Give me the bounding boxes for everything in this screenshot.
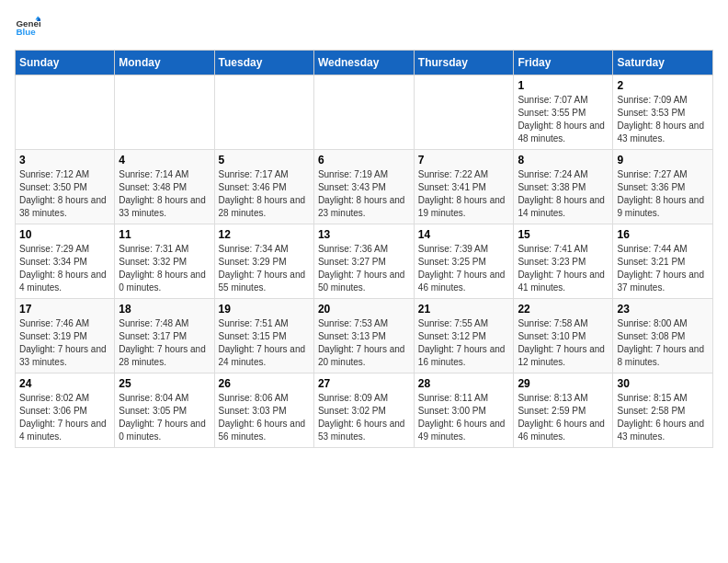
- day-info: Sunrise: 8:09 AM Sunset: 3:02 PM Dayligh…: [318, 392, 410, 443]
- day-cell: 17Sunrise: 7:46 AM Sunset: 3:19 PM Dayli…: [16, 299, 115, 373]
- week-row-4: 17Sunrise: 7:46 AM Sunset: 3:19 PM Dayli…: [16, 299, 713, 373]
- day-number: 24: [19, 377, 110, 390]
- day-cell: 28Sunrise: 8:11 AM Sunset: 3:00 PM Dayli…: [414, 373, 514, 448]
- day-number: 27: [318, 377, 410, 390]
- weekday-header-tuesday: Tuesday: [214, 51, 313, 75]
- day-info: Sunrise: 7:55 AM Sunset: 3:12 PM Dayligh…: [418, 317, 510, 369]
- day-info: Sunrise: 8:11 AM Sunset: 3:00 PM Dayligh…: [418, 392, 510, 443]
- day-cell: 23Sunrise: 8:00 AM Sunset: 3:08 PM Dayli…: [613, 299, 713, 373]
- day-info: Sunrise: 7:22 AM Sunset: 3:41 PM Dayligh…: [418, 168, 510, 220]
- weekday-header-sunday: Sunday: [16, 51, 115, 75]
- day-cell: 11Sunrise: 7:31 AM Sunset: 3:32 PM Dayli…: [115, 224, 214, 299]
- day-number: 10: [19, 228, 110, 241]
- day-number: 22: [518, 303, 609, 316]
- day-info: Sunrise: 7:46 AM Sunset: 3:19 PM Dayligh…: [19, 317, 110, 369]
- day-number: 7: [418, 154, 510, 167]
- day-number: 9: [617, 154, 709, 167]
- week-row-1: 1Sunrise: 7:07 AM Sunset: 3:55 PM Daylig…: [16, 75, 713, 150]
- day-cell: [214, 75, 313, 150]
- day-number: 4: [119, 154, 210, 167]
- day-number: 28: [418, 377, 510, 390]
- weekday-header-row: SundayMondayTuesdayWednesdayThursdayFrid…: [16, 51, 713, 75]
- day-cell: 26Sunrise: 8:06 AM Sunset: 3:03 PM Dayli…: [214, 373, 313, 448]
- day-number: 26: [219, 377, 310, 390]
- day-info: Sunrise: 7:12 AM Sunset: 3:50 PM Dayligh…: [19, 168, 110, 220]
- day-number: 15: [518, 228, 609, 241]
- day-number: 19: [219, 303, 310, 316]
- day-info: Sunrise: 7:24 AM Sunset: 3:38 PM Dayligh…: [518, 168, 609, 220]
- day-cell: 6Sunrise: 7:19 AM Sunset: 3:43 PM Daylig…: [313, 150, 414, 224]
- day-info: Sunrise: 8:15 AM Sunset: 2:58 PM Dayligh…: [617, 392, 709, 443]
- day-info: Sunrise: 7:48 AM Sunset: 3:17 PM Dayligh…: [119, 317, 210, 369]
- day-number: 13: [318, 228, 410, 241]
- day-info: Sunrise: 8:02 AM Sunset: 3:06 PM Dayligh…: [19, 392, 110, 443]
- day-number: 25: [119, 377, 210, 390]
- day-info: Sunrise: 7:07 AM Sunset: 3:55 PM Dayligh…: [518, 94, 609, 145]
- day-cell: 2Sunrise: 7:09 AM Sunset: 3:53 PM Daylig…: [613, 75, 713, 150]
- day-info: Sunrise: 7:14 AM Sunset: 3:48 PM Dayligh…: [119, 168, 210, 220]
- day-cell: 19Sunrise: 7:51 AM Sunset: 3:15 PM Dayli…: [214, 299, 313, 373]
- day-cell: [313, 75, 414, 150]
- day-cell: 1Sunrise: 7:07 AM Sunset: 3:55 PM Daylig…: [514, 75, 613, 150]
- weekday-header-thursday: Thursday: [414, 51, 514, 75]
- week-row-3: 10Sunrise: 7:29 AM Sunset: 3:34 PM Dayli…: [16, 224, 713, 299]
- day-cell: 14Sunrise: 7:39 AM Sunset: 3:25 PM Dayli…: [414, 224, 514, 299]
- day-cell: 22Sunrise: 7:58 AM Sunset: 3:10 PM Dayli…: [514, 299, 613, 373]
- day-info: Sunrise: 7:53 AM Sunset: 3:13 PM Dayligh…: [318, 317, 410, 369]
- day-cell: 12Sunrise: 7:34 AM Sunset: 3:29 PM Dayli…: [214, 224, 313, 299]
- day-number: 29: [518, 377, 609, 390]
- day-info: Sunrise: 8:13 AM Sunset: 2:59 PM Dayligh…: [518, 392, 609, 443]
- day-cell: 25Sunrise: 8:04 AM Sunset: 3:05 PM Dayli…: [115, 373, 214, 448]
- day-info: Sunrise: 7:31 AM Sunset: 3:32 PM Dayligh…: [119, 243, 210, 294]
- day-info: Sunrise: 7:29 AM Sunset: 3:34 PM Dayligh…: [19, 243, 110, 294]
- svg-text:Blue: Blue: [16, 27, 36, 37]
- day-cell: [16, 75, 115, 150]
- day-cell: 30Sunrise: 8:15 AM Sunset: 2:58 PM Dayli…: [613, 373, 713, 448]
- day-number: 23: [617, 303, 709, 316]
- day-cell: [115, 75, 214, 150]
- day-number: 18: [119, 303, 210, 316]
- day-cell: 5Sunrise: 7:17 AM Sunset: 3:46 PM Daylig…: [214, 150, 313, 224]
- weekday-header-friday: Friday: [514, 51, 613, 75]
- day-info: Sunrise: 7:39 AM Sunset: 3:25 PM Dayligh…: [418, 243, 510, 294]
- day-info: Sunrise: 8:00 AM Sunset: 3:08 PM Dayligh…: [617, 317, 709, 369]
- day-cell: 9Sunrise: 7:27 AM Sunset: 3:36 PM Daylig…: [613, 150, 713, 224]
- day-number: 3: [19, 154, 110, 167]
- day-cell: 7Sunrise: 7:22 AM Sunset: 3:41 PM Daylig…: [414, 150, 514, 224]
- header: General Blue: [15, 15, 713, 40]
- week-row-2: 3Sunrise: 7:12 AM Sunset: 3:50 PM Daylig…: [16, 150, 713, 224]
- day-cell: 3Sunrise: 7:12 AM Sunset: 3:50 PM Daylig…: [16, 150, 115, 224]
- day-info: Sunrise: 7:17 AM Sunset: 3:46 PM Dayligh…: [219, 168, 310, 220]
- day-number: 16: [617, 228, 709, 241]
- day-number: 14: [418, 228, 510, 241]
- day-number: 8: [518, 154, 609, 167]
- day-info: Sunrise: 7:44 AM Sunset: 3:21 PM Dayligh…: [617, 243, 709, 294]
- day-info: Sunrise: 7:19 AM Sunset: 3:43 PM Dayligh…: [318, 168, 410, 220]
- day-number: 30: [617, 377, 709, 390]
- logo: General Blue: [15, 15, 40, 40]
- day-info: Sunrise: 7:09 AM Sunset: 3:53 PM Dayligh…: [617, 94, 709, 145]
- day-number: 12: [219, 228, 310, 241]
- day-cell: 21Sunrise: 7:55 AM Sunset: 3:12 PM Dayli…: [414, 299, 514, 373]
- calendar-table: SundayMondayTuesdayWednesdayThursdayFrid…: [15, 50, 713, 448]
- day-cell: 18Sunrise: 7:48 AM Sunset: 3:17 PM Dayli…: [115, 299, 214, 373]
- day-info: Sunrise: 8:04 AM Sunset: 3:05 PM Dayligh…: [119, 392, 210, 443]
- day-cell: 24Sunrise: 8:02 AM Sunset: 3:06 PM Dayli…: [16, 373, 115, 448]
- day-info: Sunrise: 7:34 AM Sunset: 3:29 PM Dayligh…: [219, 243, 310, 294]
- day-cell: 16Sunrise: 7:44 AM Sunset: 3:21 PM Dayli…: [613, 224, 713, 299]
- day-info: Sunrise: 8:06 AM Sunset: 3:03 PM Dayligh…: [219, 392, 310, 443]
- day-number: 6: [318, 154, 410, 167]
- day-number: 11: [119, 228, 210, 241]
- day-info: Sunrise: 7:51 AM Sunset: 3:15 PM Dayligh…: [219, 317, 310, 369]
- day-cell: [414, 75, 514, 150]
- day-cell: 20Sunrise: 7:53 AM Sunset: 3:13 PM Dayli…: [313, 299, 414, 373]
- day-info: Sunrise: 7:58 AM Sunset: 3:10 PM Dayligh…: [518, 317, 609, 369]
- day-cell: 27Sunrise: 8:09 AM Sunset: 3:02 PM Dayli…: [313, 373, 414, 448]
- day-cell: 13Sunrise: 7:36 AM Sunset: 3:27 PM Dayli…: [313, 224, 414, 299]
- day-number: 5: [219, 154, 310, 167]
- day-cell: 10Sunrise: 7:29 AM Sunset: 3:34 PM Dayli…: [16, 224, 115, 299]
- day-number: 1: [518, 79, 609, 92]
- weekday-header-wednesday: Wednesday: [313, 51, 414, 75]
- day-cell: 29Sunrise: 8:13 AM Sunset: 2:59 PM Dayli…: [514, 373, 613, 448]
- day-info: Sunrise: 7:36 AM Sunset: 3:27 PM Dayligh…: [318, 243, 410, 294]
